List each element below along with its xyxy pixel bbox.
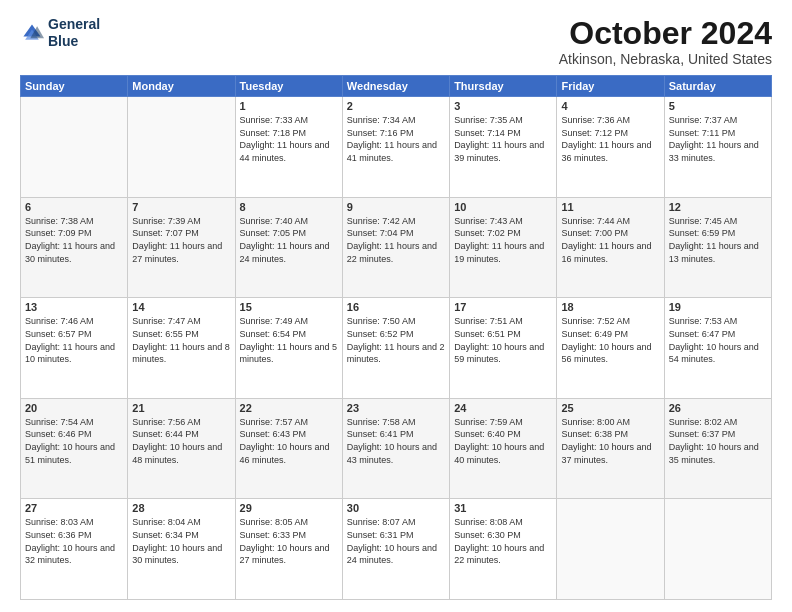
day-number: 21 [132, 402, 230, 414]
sunset-text: Sunset: 6:36 PM [25, 529, 123, 542]
cell-info: Sunrise: 7:58 AM Sunset: 6:41 PM Dayligh… [347, 416, 445, 466]
sunset-text: Sunset: 7:14 PM [454, 127, 552, 140]
daylight-text: Daylight: 11 hours and 2 minutes. [347, 341, 445, 366]
day-number: 4 [561, 100, 659, 112]
cell-info: Sunrise: 7:59 AM Sunset: 6:40 PM Dayligh… [454, 416, 552, 466]
cell-info: Sunrise: 7:49 AM Sunset: 6:54 PM Dayligh… [240, 315, 338, 365]
sunset-text: Sunset: 7:05 PM [240, 227, 338, 240]
daylight-text: Daylight: 11 hours and 41 minutes. [347, 139, 445, 164]
calendar-cell: 11 Sunrise: 7:44 AM Sunset: 7:00 PM Dayl… [557, 197, 664, 298]
col-friday: Friday [557, 76, 664, 97]
calendar-cell: 5 Sunrise: 7:37 AM Sunset: 7:11 PM Dayli… [664, 97, 771, 198]
sunrise-text: Sunrise: 7:47 AM [132, 315, 230, 328]
day-number: 3 [454, 100, 552, 112]
cell-info: Sunrise: 7:46 AM Sunset: 6:57 PM Dayligh… [25, 315, 123, 365]
day-number: 16 [347, 301, 445, 313]
daylight-text: Daylight: 11 hours and 5 minutes. [240, 341, 338, 366]
daylight-text: Daylight: 10 hours and 24 minutes. [347, 542, 445, 567]
calendar-cell: 17 Sunrise: 7:51 AM Sunset: 6:51 PM Dayl… [450, 298, 557, 399]
sunset-text: Sunset: 6:40 PM [454, 428, 552, 441]
sunrise-text: Sunrise: 7:52 AM [561, 315, 659, 328]
daylight-text: Daylight: 10 hours and 59 minutes. [454, 341, 552, 366]
sunrise-text: Sunrise: 7:42 AM [347, 215, 445, 228]
cell-info: Sunrise: 8:03 AM Sunset: 6:36 PM Dayligh… [25, 516, 123, 566]
daylight-text: Daylight: 11 hours and 16 minutes. [561, 240, 659, 265]
day-number: 27 [25, 502, 123, 514]
sunset-text: Sunset: 7:12 PM [561, 127, 659, 140]
calendar-cell [664, 499, 771, 600]
daylight-text: Daylight: 10 hours and 54 minutes. [669, 341, 767, 366]
cell-info: Sunrise: 8:05 AM Sunset: 6:33 PM Dayligh… [240, 516, 338, 566]
daylight-text: Daylight: 10 hours and 46 minutes. [240, 441, 338, 466]
sunrise-text: Sunrise: 7:44 AM [561, 215, 659, 228]
sunrise-text: Sunrise: 7:57 AM [240, 416, 338, 429]
sunrise-text: Sunrise: 7:50 AM [347, 315, 445, 328]
calendar-page: General Blue October 2024 Atkinson, Nebr… [0, 0, 792, 612]
calendar-cell: 25 Sunrise: 8:00 AM Sunset: 6:38 PM Dayl… [557, 398, 664, 499]
sunset-text: Sunset: 6:37 PM [669, 428, 767, 441]
cell-info: Sunrise: 7:35 AM Sunset: 7:14 PM Dayligh… [454, 114, 552, 164]
header: General Blue October 2024 Atkinson, Nebr… [20, 16, 772, 67]
header-row: Sunday Monday Tuesday Wednesday Thursday… [21, 76, 772, 97]
daylight-text: Daylight: 11 hours and 10 minutes. [25, 341, 123, 366]
day-number: 12 [669, 201, 767, 213]
sunset-text: Sunset: 7:11 PM [669, 127, 767, 140]
day-number: 19 [669, 301, 767, 313]
sunset-text: Sunset: 7:18 PM [240, 127, 338, 140]
sunrise-text: Sunrise: 7:39 AM [132, 215, 230, 228]
sunrise-text: Sunrise: 7:45 AM [669, 215, 767, 228]
sunrise-text: Sunrise: 8:07 AM [347, 516, 445, 529]
sunset-text: Sunset: 6:31 PM [347, 529, 445, 542]
calendar-cell: 8 Sunrise: 7:40 AM Sunset: 7:05 PM Dayli… [235, 197, 342, 298]
cell-info: Sunrise: 7:50 AM Sunset: 6:52 PM Dayligh… [347, 315, 445, 365]
calendar-cell: 1 Sunrise: 7:33 AM Sunset: 7:18 PM Dayli… [235, 97, 342, 198]
calendar-cell: 26 Sunrise: 8:02 AM Sunset: 6:37 PM Dayl… [664, 398, 771, 499]
cell-info: Sunrise: 7:34 AM Sunset: 7:16 PM Dayligh… [347, 114, 445, 164]
sunset-text: Sunset: 6:52 PM [347, 328, 445, 341]
daylight-text: Daylight: 11 hours and 8 minutes. [132, 341, 230, 366]
col-thursday: Thursday [450, 76, 557, 97]
cell-info: Sunrise: 7:45 AM Sunset: 6:59 PM Dayligh… [669, 215, 767, 265]
col-sunday: Sunday [21, 76, 128, 97]
calendar-cell: 7 Sunrise: 7:39 AM Sunset: 7:07 PM Dayli… [128, 197, 235, 298]
sunrise-text: Sunrise: 8:08 AM [454, 516, 552, 529]
cell-info: Sunrise: 7:36 AM Sunset: 7:12 PM Dayligh… [561, 114, 659, 164]
cell-info: Sunrise: 8:00 AM Sunset: 6:38 PM Dayligh… [561, 416, 659, 466]
sunset-text: Sunset: 6:49 PM [561, 328, 659, 341]
daylight-text: Daylight: 11 hours and 33 minutes. [669, 139, 767, 164]
calendar-cell: 20 Sunrise: 7:54 AM Sunset: 6:46 PM Dayl… [21, 398, 128, 499]
sunset-text: Sunset: 6:43 PM [240, 428, 338, 441]
sunrise-text: Sunrise: 7:58 AM [347, 416, 445, 429]
calendar-cell: 22 Sunrise: 7:57 AM Sunset: 6:43 PM Dayl… [235, 398, 342, 499]
calendar-cell: 23 Sunrise: 7:58 AM Sunset: 6:41 PM Dayl… [342, 398, 449, 499]
calendar-cell: 2 Sunrise: 7:34 AM Sunset: 7:16 PM Dayli… [342, 97, 449, 198]
daylight-text: Daylight: 10 hours and 35 minutes. [669, 441, 767, 466]
sunset-text: Sunset: 7:02 PM [454, 227, 552, 240]
day-number: 5 [669, 100, 767, 112]
day-number: 15 [240, 301, 338, 313]
daylight-text: Daylight: 11 hours and 22 minutes. [347, 240, 445, 265]
day-number: 14 [132, 301, 230, 313]
daylight-text: Daylight: 10 hours and 27 minutes. [240, 542, 338, 567]
col-saturday: Saturday [664, 76, 771, 97]
daylight-text: Daylight: 11 hours and 13 minutes. [669, 240, 767, 265]
sunrise-text: Sunrise: 7:34 AM [347, 114, 445, 127]
calendar-cell: 15 Sunrise: 7:49 AM Sunset: 6:54 PM Dayl… [235, 298, 342, 399]
sunrise-text: Sunrise: 7:49 AM [240, 315, 338, 328]
calendar-cell: 3 Sunrise: 7:35 AM Sunset: 7:14 PM Dayli… [450, 97, 557, 198]
col-wednesday: Wednesday [342, 76, 449, 97]
daylight-text: Daylight: 10 hours and 48 minutes. [132, 441, 230, 466]
day-number: 22 [240, 402, 338, 414]
sunset-text: Sunset: 6:41 PM [347, 428, 445, 441]
calendar-cell: 9 Sunrise: 7:42 AM Sunset: 7:04 PM Dayli… [342, 197, 449, 298]
cell-info: Sunrise: 7:39 AM Sunset: 7:07 PM Dayligh… [132, 215, 230, 265]
sunrise-text: Sunrise: 7:33 AM [240, 114, 338, 127]
logo-line1: General [48, 16, 100, 33]
cell-info: Sunrise: 7:51 AM Sunset: 6:51 PM Dayligh… [454, 315, 552, 365]
calendar-cell: 21 Sunrise: 7:56 AM Sunset: 6:44 PM Dayl… [128, 398, 235, 499]
cell-info: Sunrise: 8:08 AM Sunset: 6:30 PM Dayligh… [454, 516, 552, 566]
day-number: 31 [454, 502, 552, 514]
sunset-text: Sunset: 6:57 PM [25, 328, 123, 341]
day-number: 24 [454, 402, 552, 414]
sunset-text: Sunset: 6:55 PM [132, 328, 230, 341]
